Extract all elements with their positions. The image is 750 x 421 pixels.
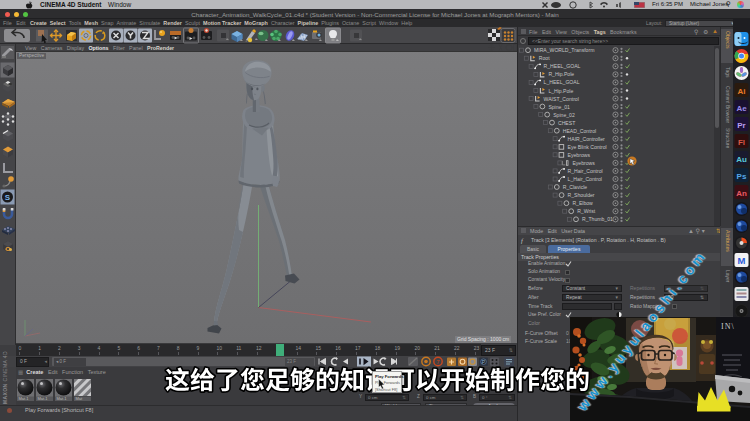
svg-text:Au: Au [736,155,747,164]
svg-text:L_HEEL_GOAL: L_HEEL_GOAL [544,79,580,85]
svg-text:R_Hip.Pole: R_Hip.Pole [548,71,574,77]
svg-text:WAIST_Control: WAIST_Control [544,96,579,102]
svg-text:L_Hip.Pole: L_Hip.Pole [548,88,573,94]
svg-text:MIRA_WORLD_Transform: MIRA_WORLD_Transform [534,47,594,53]
svg-text:HEAD_Control: HEAD_Control [563,128,596,134]
svg-text:CHEST: CHEST [558,120,575,126]
svg-text:R_Wrist: R_Wrist [577,208,596,214]
svg-text:Mat: Mat [76,396,84,401]
svg-text:Mat.1: Mat.1 [57,396,68,401]
svg-text:Spine_02: Spine_02 [553,112,575,118]
svg-text:M: M [738,255,746,266]
svg-text:S: S [5,193,11,202]
svg-text:Spine_01: Spine_01 [548,104,570,110]
svg-text:HAIR_Controller: HAIR_Controller [568,136,605,142]
svg-text:IN\: IN\ [721,322,735,331]
svg-text:R_Hair_Control: R_Hair_Control [568,168,603,174]
svg-text:An: An [736,189,747,198]
svg-text:Root: Root [539,55,550,61]
svg-text:Ai: Ai [738,87,746,96]
svg-text:Mat.1: Mat.1 [38,396,49,401]
svg-text:Pr: Pr [737,121,745,130]
svg-text:Eyebrows: Eyebrows [568,152,591,158]
svg-text:Ae: Ae [736,104,747,113]
svg-text:R_HEEL_GOAL: R_HEEL_GOAL [544,63,581,69]
svg-text:Ps: Ps [737,172,747,181]
svg-text:R_Elbow: R_Elbow [572,200,593,206]
svg-text:R_Clavicle: R_Clavicle [563,184,588,190]
svg-text:R_Shoulder: R_Shoulder [568,192,595,198]
svg-text:Mat.1: Mat.1 [19,396,30,401]
svg-text:Eyebrows: Eyebrows [572,160,595,166]
svg-text:Fl: Fl [738,138,745,147]
svg-text:Eye Blink Control: Eye Blink Control [568,144,607,150]
svg-text:R_Thumb_01: R_Thumb_01 [582,216,613,222]
svg-text:L_Hair_Control: L_Hair_Control [568,176,602,182]
